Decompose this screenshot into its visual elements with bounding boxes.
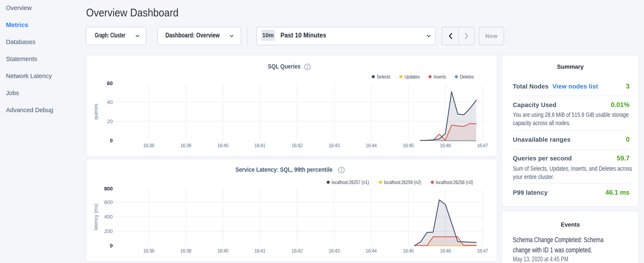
svg-text:600: 600 — [104, 199, 113, 205]
svg-text:0: 0 — [110, 138, 113, 143]
svg-text:latency (ms): latency (ms) — [93, 203, 99, 230]
svg-text:400: 400 — [104, 214, 113, 220]
svg-text:16:44: 16:44 — [366, 248, 377, 254]
svg-text:16:45: 16:45 — [403, 143, 414, 148]
svg-text:16:39: 16:39 — [180, 248, 191, 254]
svg-text:40: 40 — [107, 99, 113, 105]
svg-text:16:40: 16:40 — [217, 143, 228, 148]
svg-text:20: 20 — [107, 119, 113, 124]
svg-text:16:45: 16:45 — [403, 248, 414, 254]
svg-text:16:47: 16:47 — [477, 143, 488, 148]
svg-text:16:42: 16:42 — [292, 248, 303, 254]
svg-text:16:41: 16:41 — [254, 143, 266, 148]
svg-text:200: 200 — [104, 228, 113, 234]
svg-text:16:39: 16:39 — [180, 143, 191, 148]
svg-text:60: 60 — [107, 80, 113, 86]
svg-text:16:43: 16:43 — [328, 143, 340, 148]
svg-text:0: 0 — [110, 243, 113, 248]
svg-text:16:38: 16:38 — [143, 248, 154, 254]
svg-text:16:44: 16:44 — [366, 143, 377, 148]
svg-text:16:38: 16:38 — [143, 143, 154, 148]
svg-text:16:46: 16:46 — [440, 248, 451, 254]
svg-text:16:42: 16:42 — [292, 143, 303, 148]
svg-text:16:47: 16:47 — [477, 248, 488, 254]
svg-text:queries: queries — [93, 104, 99, 120]
svg-text:16:41: 16:41 — [254, 248, 266, 254]
svg-text:800: 800 — [104, 186, 113, 191]
svg-text:16:40: 16:40 — [217, 248, 228, 254]
svg-text:16:46: 16:46 — [440, 143, 451, 148]
svg-text:16:43: 16:43 — [328, 248, 340, 254]
